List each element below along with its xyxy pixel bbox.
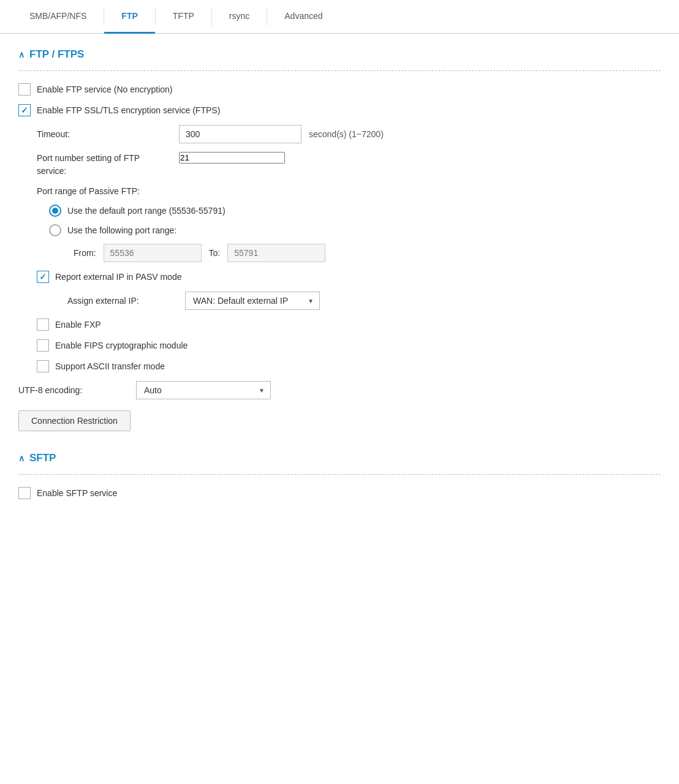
- passive-ftp-label: Port range of Passive FTP:: [37, 186, 661, 196]
- tab-advanced[interactable]: Advanced: [267, 0, 340, 34]
- radio-custom[interactable]: [49, 224, 61, 236]
- tab-bar: SMB/AFP/NFS FTP TFTP rsync Advanced: [0, 0, 679, 34]
- sftp-title: SFTP: [29, 452, 56, 464]
- port-service-label-line2: service:: [37, 166, 66, 176]
- radio-default-row: Use the default port range (55536-55791): [37, 205, 661, 217]
- assign-ip-row: Assign external IP: WAN: Default externa…: [37, 292, 661, 310]
- port-service-row: Port number setting of FTP service:: [18, 152, 661, 178]
- enable-fxp-label: Enable FXP: [55, 320, 101, 330]
- enable-fips-checkbox[interactable]: [37, 339, 49, 352]
- radio-default[interactable]: [49, 205, 61, 217]
- utf8-select[interactable]: Auto Enable Disable: [136, 381, 271, 399]
- tab-rsync[interactable]: rsync: [212, 0, 267, 34]
- report-external-ip-checkbox[interactable]: [37, 271, 49, 283]
- utf8-row: UTF-8 encoding: Auto Enable Disable: [18, 381, 661, 399]
- support-ascii-checkbox[interactable]: [37, 360, 49, 372]
- passive-ftp-section: Port range of Passive FTP: Use the defau…: [18, 186, 661, 310]
- enable-sftp-checkbox[interactable]: [18, 487, 31, 499]
- enable-ftps-checkbox[interactable]: [18, 104, 31, 116]
- radio-custom-label: Use the following port range:: [67, 225, 176, 235]
- to-label: To:: [209, 248, 221, 258]
- assign-ip-label: Assign external IP:: [67, 296, 178, 306]
- from-label: From:: [74, 248, 96, 258]
- assign-ip-select[interactable]: WAN: Default external IP: [185, 292, 320, 310]
- port-service-label: Port number setting of FTP service:: [37, 152, 172, 178]
- timeout-suffix: second(s) (1~7200): [309, 129, 384, 139]
- from-to-row: From: To:: [37, 244, 661, 262]
- report-external-ip-row: Report external IP in PASV mode: [37, 271, 661, 283]
- timeout-input[interactable]: [179, 125, 302, 143]
- tab-ftp[interactable]: FTP: [104, 0, 154, 34]
- assign-ip-select-wrapper: WAN: Default external IP: [185, 292, 320, 310]
- to-input[interactable]: [227, 244, 325, 262]
- sftp-chevron-icon[interactable]: ∧: [18, 453, 25, 463]
- enable-ftps-label: Enable FTP SSL/TLS encryption service (F…: [37, 105, 220, 115]
- sftp-divider: [18, 474, 661, 475]
- utf8-select-wrapper: Auto Enable Disable: [136, 381, 271, 399]
- enable-fips-label: Enable FIPS cryptographic module: [55, 341, 188, 350]
- enable-fips-row: Enable FIPS cryptographic module: [18, 339, 661, 352]
- tab-tftp[interactable]: TFTP: [156, 0, 211, 34]
- port-service-input[interactable]: [179, 152, 285, 164]
- enable-sftp-label: Enable SFTP service: [37, 488, 117, 498]
- tab-smb[interactable]: SMB/AFP/NFS: [12, 0, 104, 34]
- ftp-ftps-title: FTP / FTPS: [29, 48, 84, 61]
- sftp-section-header: ∧ SFTP: [18, 452, 661, 464]
- connection-restriction-button[interactable]: Connection Restriction: [18, 410, 131, 431]
- timeout-label: Timeout:: [37, 129, 172, 139]
- enable-ftp-checkbox[interactable]: [18, 83, 31, 96]
- radio-default-label: Use the default port range (55536-55791): [67, 206, 226, 216]
- enable-ftps-row: Enable FTP SSL/TLS encryption service (F…: [18, 104, 661, 116]
- enable-fxp-checkbox[interactable]: [37, 318, 49, 331]
- support-ascii-label: Support ASCII transfer mode: [55, 361, 165, 371]
- ftp-ftps-chevron-icon[interactable]: ∧: [18, 50, 25, 59]
- from-input[interactable]: [104, 244, 202, 262]
- radio-custom-row: Use the following port range:: [37, 224, 661, 236]
- main-content: ∧ FTP / FTPS Enable FTP service (No encr…: [0, 34, 679, 522]
- timeout-row: Timeout: second(s) (1~7200): [18, 125, 661, 143]
- port-service-label-line1: Port number setting of FTP: [37, 153, 140, 163]
- enable-ftp-row: Enable FTP service (No encryption): [18, 83, 661, 96]
- utf8-label: UTF-8 encoding:: [18, 385, 129, 395]
- enable-sftp-row: Enable SFTP service: [18, 487, 661, 499]
- support-ascii-row: Support ASCII transfer mode: [18, 360, 661, 372]
- enable-fxp-row: Enable FXP: [18, 318, 661, 331]
- sftp-section: ∧ SFTP Enable SFTP service: [18, 452, 661, 499]
- enable-ftp-label: Enable FTP service (No encryption): [37, 85, 173, 94]
- ftp-ftps-section-header: ∧ FTP / FTPS: [18, 48, 661, 61]
- ftp-ftps-divider: [18, 70, 661, 71]
- report-external-ip-label: Report external IP in PASV mode: [55, 272, 181, 282]
